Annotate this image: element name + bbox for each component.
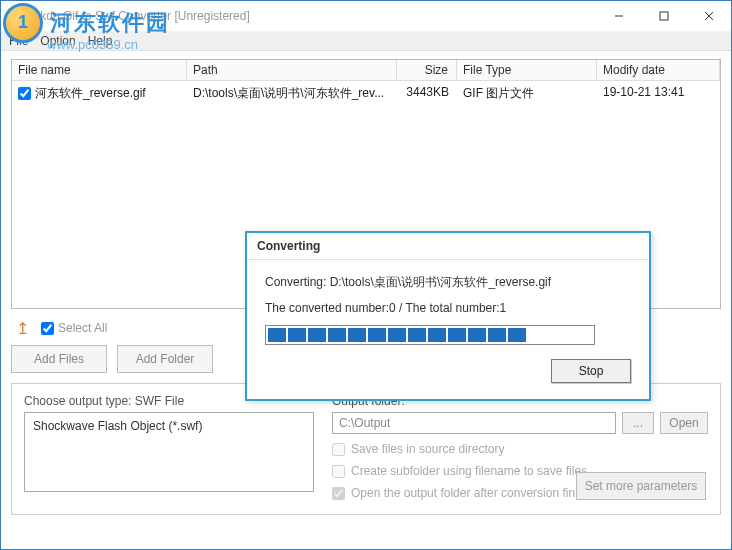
progress-segment: [368, 328, 386, 342]
move-up-icon[interactable]: ↥: [11, 317, 33, 339]
table-header: File name Path Size File Type Modify dat…: [12, 60, 720, 81]
cell-filetype: GIF 图片文件: [457, 83, 597, 104]
set-more-parameters-button[interactable]: Set more parameters: [576, 472, 706, 500]
cell-path: D:\tools\桌面\说明书\河东软件_rev...: [187, 83, 397, 104]
opt-save-source-checkbox: [332, 443, 345, 456]
menu-option[interactable]: Option: [40, 34, 75, 48]
browse-button[interactable]: ...: [622, 412, 654, 434]
select-all-label: Select All: [58, 321, 107, 335]
converting-dialog: Converting Converting: D:\tools\桌面\说明书\河…: [245, 231, 651, 401]
maximize-button[interactable]: [641, 1, 686, 31]
add-files-button[interactable]: Add Files: [11, 345, 107, 373]
opt-subfolder-label: Create subfolder using filename to save …: [351, 464, 587, 478]
menu-file[interactable]: File: [9, 34, 28, 48]
menubar: File Option Help: [1, 31, 731, 51]
table-row[interactable]: 河东软件_reverse.gif D:\tools\桌面\说明书\河东软件_re…: [12, 81, 720, 106]
col-filename[interactable]: File name: [12, 60, 187, 80]
opt-open-after-checkbox: [332, 487, 345, 500]
output-type-box[interactable]: Shockwave Flash Object (*.swf): [24, 412, 314, 492]
output-folder-input[interactable]: [332, 412, 616, 434]
menu-help[interactable]: Help: [88, 34, 113, 48]
col-filetype[interactable]: File Type: [457, 60, 597, 80]
svg-rect-1: [660, 12, 668, 20]
progress-segment: [568, 328, 586, 342]
progress-segment: [548, 328, 566, 342]
dialog-converting-line: Converting: D:\tools\桌面\说明书\河东软件_reverse…: [265, 274, 631, 291]
progress-segment: [408, 328, 426, 342]
progress-segment: [348, 328, 366, 342]
minimize-button[interactable]: [596, 1, 641, 31]
progress-segment: [588, 328, 606, 342]
progress-segment: [448, 328, 466, 342]
progress-segment: [428, 328, 446, 342]
close-button[interactable]: [686, 1, 731, 31]
col-modify[interactable]: Modify date: [597, 60, 720, 80]
select-all[interactable]: Select All: [41, 321, 107, 335]
progress-segment: [328, 328, 346, 342]
progress-segment: [308, 328, 326, 342]
dialog-title: Converting: [247, 233, 649, 260]
progress-segment: [508, 328, 526, 342]
titlebar: Okdo Gif to Swf Converter [Unregistered]: [1, 1, 731, 31]
window-title: Okdo Gif to Swf Converter [Unregistered]: [31, 9, 250, 23]
progress-segment: [288, 328, 306, 342]
progress-segment: [468, 328, 486, 342]
col-size[interactable]: Size: [397, 60, 457, 80]
dialog-line1-prefix: Converting:: [265, 275, 330, 289]
open-folder-button[interactable]: Open: [660, 412, 708, 434]
add-folder-button[interactable]: Add Folder: [117, 345, 213, 373]
cell-size: 3443KB: [397, 83, 457, 104]
row-checkbox[interactable]: [18, 87, 31, 100]
dialog-count-line: The converted number:0 / The total numbe…: [265, 301, 631, 315]
cell-filename: 河东软件_reverse.gif: [35, 85, 146, 102]
output-type-value: Shockwave Flash Object (*.swf): [33, 419, 202, 433]
progress-bar: [265, 325, 595, 345]
col-path[interactable]: Path: [187, 60, 397, 80]
output-panel: Choose output type: SWF File Shockwave F…: [11, 383, 721, 515]
cell-modify: 19-10-21 13:41: [597, 83, 720, 104]
dialog-line1-path: D:\tools\桌面\说明书\河东软件_reverse.gif: [330, 275, 551, 289]
opt-subfolder-checkbox: [332, 465, 345, 478]
progress-segment: [488, 328, 506, 342]
progress-segment: [268, 328, 286, 342]
opt-open-after-label: Open the output folder after conversion …: [351, 486, 604, 500]
select-all-checkbox[interactable]: [41, 322, 54, 335]
progress-segment: [388, 328, 406, 342]
stop-button[interactable]: Stop: [551, 359, 631, 383]
progress-segment: [528, 328, 546, 342]
opt-save-source-label: Save files in source directory: [351, 442, 504, 456]
app-icon: [9, 8, 25, 24]
